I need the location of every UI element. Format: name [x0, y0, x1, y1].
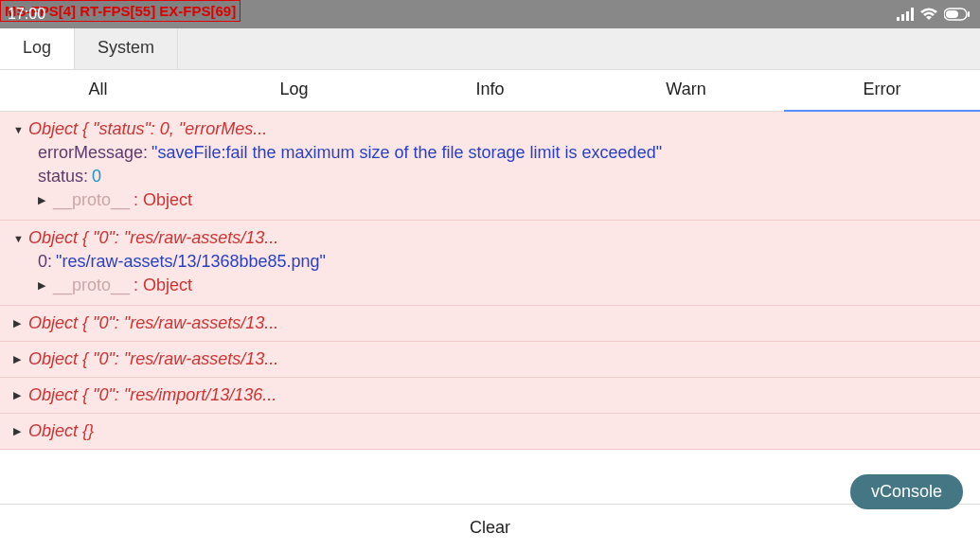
toggle-icon[interactable]: [13, 233, 25, 244]
prop-key: 0:: [38, 252, 52, 272]
object-header: Object { "0": "res/raw-assets/13...: [28, 349, 278, 369]
toggle-icon[interactable]: [38, 194, 49, 206]
object-header: Object {}: [28, 421, 94, 441]
clear-button[interactable]: Clear: [0, 505, 980, 551]
proto-key: __proto__: [53, 276, 130, 295]
wifi-icon: [919, 8, 938, 21]
log-entry[interactable]: Object { "0": "res/raw-assets/13...: [0, 306, 980, 342]
toggle-icon[interactable]: [13, 425, 25, 437]
filter-tabs: All Log Info Warn Error: [0, 70, 980, 112]
status-time: 17:00: [8, 6, 45, 23]
svg-rect-3: [911, 8, 914, 21]
toggle-icon[interactable]: [13, 353, 25, 365]
battery-icon: [944, 8, 971, 21]
svg-rect-1: [901, 14, 904, 21]
log-entry[interactable]: Object { "0": "res/raw-assets/13... 0: "…: [0, 221, 980, 306]
filter-warn[interactable]: Warn: [588, 70, 784, 111]
proto-key: __proto__: [53, 190, 130, 210]
status-bar: MS-FPS[4] RT-FPS[55] EX-FPS[69] 17:00: [0, 0, 980, 28]
prop-value: 0: [92, 167, 101, 187]
object-header: Object { "0": "res/raw-assets/13...: [28, 228, 278, 248]
status-icons: [897, 8, 971, 21]
object-header: Object { "0": "res/import/13/136...: [28, 385, 276, 405]
prop-key: errorMessage:: [38, 143, 148, 163]
svg-rect-6: [968, 11, 970, 17]
log-entry[interactable]: Object { "status": 0, "errorMes... error…: [0, 112, 980, 221]
prop-value: "saveFile:fail the maximum size of the f…: [151, 143, 662, 163]
prop-key: status:: [38, 167, 88, 187]
toggle-icon[interactable]: [38, 279, 49, 292]
svg-rect-0: [897, 17, 900, 21]
object-header: Object { "status": 0, "errorMes...: [28, 119, 267, 139]
proto-value: : Object: [134, 190, 192, 210]
toggle-icon[interactable]: [13, 317, 25, 329]
tab-log[interactable]: Log: [0, 28, 75, 69]
filter-log[interactable]: Log: [196, 70, 392, 111]
filter-error[interactable]: Error: [784, 70, 980, 111]
prop-value: "res/raw-assets/13/1368bbe85.png": [56, 252, 326, 272]
toggle-icon[interactable]: [13, 124, 25, 135]
object-header: Object { "0": "res/raw-assets/13...: [28, 313, 278, 333]
proto-value: : Object: [134, 276, 192, 295]
log-area[interactable]: Object { "status": 0, "errorMes... error…: [0, 112, 980, 504]
log-entry[interactable]: Object { "0": "res/import/13/136...: [0, 378, 980, 414]
tab-system[interactable]: System: [75, 28, 178, 69]
svg-rect-2: [906, 11, 909, 21]
vconsole-button[interactable]: vConsole: [850, 474, 963, 509]
filter-all[interactable]: All: [0, 70, 196, 111]
top-tabs: Log System: [0, 28, 980, 70]
log-entry[interactable]: Object {}: [0, 414, 980, 450]
log-entry[interactable]: Object { "0": "res/raw-assets/13...: [0, 342, 980, 378]
signal-icon: [897, 8, 914, 21]
footer-bar: Clear: [0, 504, 980, 551]
filter-info[interactable]: Info: [392, 70, 588, 111]
toggle-icon[interactable]: [13, 389, 25, 401]
svg-rect-5: [946, 10, 958, 18]
